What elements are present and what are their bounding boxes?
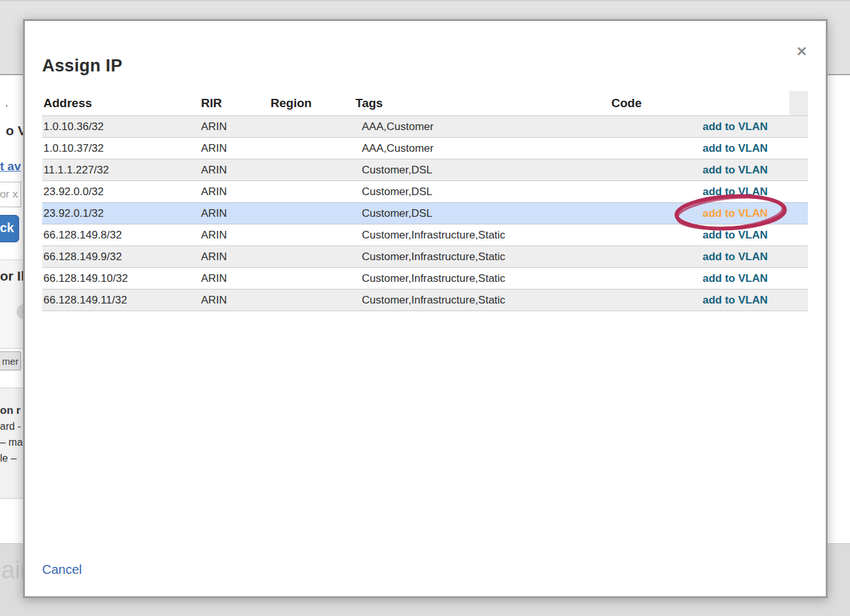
rir-cell: ARIN [201, 181, 271, 203]
rir-cell: ARIN [201, 290, 271, 311]
row-spacer-cell [789, 116, 808, 138]
ip-address-table: Address RIR Region Tags Code 1.0.10.36/3… [42, 91, 808, 311]
region-cell [271, 138, 355, 159]
tags-cell: Customer,Infrastructure,Static [355, 290, 611, 311]
rir-cell: ARIN [201, 203, 271, 224]
background-check-button[interactable]: ck [0, 215, 19, 242]
region-cell [271, 224, 355, 246]
row-spacer-cell [789, 224, 808, 246]
background-text-fragment: . [5, 97, 8, 110]
table-row: 66.128.149.8/32 ARIN Customer,Infrastruc… [42, 224, 808, 246]
table-row: 1.0.10.37/32 ARIN AAA,Customer add to VL… [42, 138, 808, 159]
tags-cell: Customer,Infrastructure,Static [355, 246, 611, 268]
column-header-address: Address [42, 91, 201, 116]
ip-address-cell: 11.1.1.227/32 [42, 159, 201, 181]
code-cell [611, 159, 691, 181]
ip-address-cell: 66.128.149.8/32 [42, 224, 201, 246]
background-chip-label: mer [2, 356, 19, 367]
row-spacer-cell [789, 268, 808, 290]
region-cell [271, 268, 355, 290]
background-link-fragment[interactable]: t av [0, 159, 21, 173]
tags-cell: Customer,Infrastructure,Static [355, 224, 611, 246]
table-row: 66.128.149.10/32 ARIN Customer,Infrastru… [42, 268, 808, 290]
screen: ain . o Vl t av or x ck or Il mer on r a… [0, 0, 850, 616]
region-cell [271, 116, 355, 138]
column-header-rir: RIR [201, 91, 271, 116]
header-scrollbar-spacer [789, 91, 808, 116]
add-to-vlan-link[interactable]: add to VLAN [703, 272, 768, 284]
ip-address-cell: 23.92.0.0/32 [42, 181, 201, 203]
ip-address-cell: 1.0.10.36/32 [42, 116, 201, 138]
ip-address-cell: 23.92.0.1/32 [42, 203, 201, 224]
add-to-vlan-link[interactable]: add to VLAN [703, 229, 768, 241]
column-header-action [691, 91, 789, 116]
background-panel-line: ard - [0, 418, 24, 434]
rir-cell: ARIN [201, 159, 271, 181]
add-to-vlan-link-hovered[interactable]: add to VLAN [703, 207, 768, 219]
modal-title: Assign IP [42, 56, 123, 76]
region-cell [271, 246, 355, 268]
row-spacer-cell [789, 203, 808, 224]
add-to-vlan-link[interactable]: add to VLAN [703, 121, 768, 133]
table-row: 66.128.149.11/32 ARIN Customer,Infrastru… [42, 290, 808, 311]
background-ip-input[interactable]: or x [0, 182, 21, 207]
code-cell [611, 290, 691, 311]
rir-cell: ARIN [201, 268, 271, 290]
tags-cell: AAA,Customer [355, 116, 611, 138]
code-cell [611, 116, 691, 138]
table-row: 23.92.0.0/32 ARIN Customer,DSL add to VL… [42, 181, 808, 203]
row-spacer-cell [789, 181, 808, 203]
ip-address-cell: 66.128.149.10/32 [42, 268, 201, 290]
add-to-vlan-link[interactable]: add to VLAN [703, 186, 768, 198]
region-cell [271, 203, 355, 224]
background-panel-heading: on r [0, 402, 24, 418]
tags-cell: Customer,DSL [355, 181, 611, 203]
background-panel-line: – ma [0, 434, 24, 450]
rir-cell: ARIN [201, 246, 271, 268]
add-to-vlan-link[interactable]: add to VLAN [703, 142, 768, 154]
region-cell [271, 159, 355, 181]
background-tag-chip[interactable]: mer [0, 351, 21, 370]
background-button-label: ck [0, 221, 14, 235]
column-header-region: Region [271, 91, 355, 116]
region-cell [271, 181, 355, 203]
rir-cell: ARIN [201, 116, 271, 138]
table-header-row: Address RIR Region Tags Code [42, 91, 808, 116]
region-cell [271, 290, 355, 311]
table-row: 1.0.10.36/32 ARIN AAA,Customer add to VL… [42, 116, 808, 138]
tags-cell: Customer,DSL [355, 203, 611, 224]
add-to-vlan-link[interactable]: add to VLAN [703, 251, 768, 263]
ip-address-cell: 1.0.10.37/32 [42, 138, 201, 159]
column-header-code: Code [611, 91, 691, 116]
table-row-highlighted: 23.92.0.1/32 ARIN Customer,DSL add to VL… [42, 203, 808, 224]
cancel-link[interactable]: Cancel [42, 562, 82, 577]
background-subheading-fragment: or Il [0, 268, 25, 284]
code-cell [611, 138, 691, 159]
table-row: 66.128.149.9/32 ARIN Customer,Infrastruc… [42, 246, 808, 268]
code-cell [611, 181, 691, 203]
assign-ip-modal: ✕ Assign IP Address RIR Region Tags Code [23, 19, 828, 598]
ip-address-cell: 66.128.149.11/32 [42, 290, 201, 311]
rir-cell: ARIN [201, 138, 271, 159]
code-cell [611, 203, 691, 224]
row-spacer-cell [789, 290, 808, 311]
code-cell [611, 224, 691, 246]
tags-cell: Customer,DSL [355, 159, 611, 181]
row-spacer-cell [789, 159, 808, 181]
close-icon[interactable]: ✕ [796, 45, 807, 58]
row-spacer-cell [789, 138, 808, 159]
tags-cell: Customer,Infrastructure,Static [355, 268, 611, 290]
background-panel-line: le – [0, 450, 24, 466]
add-to-vlan-link[interactable]: add to VLAN [703, 294, 768, 306]
table-row: 11.1.1.227/32 ARIN Customer,DSL add to V… [42, 159, 808, 181]
code-cell [611, 268, 691, 290]
row-spacer-cell [789, 246, 808, 268]
background-info-panel: on r ard - – ma le – [0, 388, 24, 499]
code-cell [611, 246, 691, 268]
background-input-placeholder: or x [0, 188, 18, 201]
background-section: or Il [0, 260, 24, 349]
ip-address-cell: 66.128.149.9/32 [42, 246, 201, 268]
add-to-vlan-link[interactable]: add to VLAN [703, 164, 768, 176]
rir-cell: ARIN [201, 224, 271, 246]
column-header-tags: Tags [355, 91, 611, 116]
